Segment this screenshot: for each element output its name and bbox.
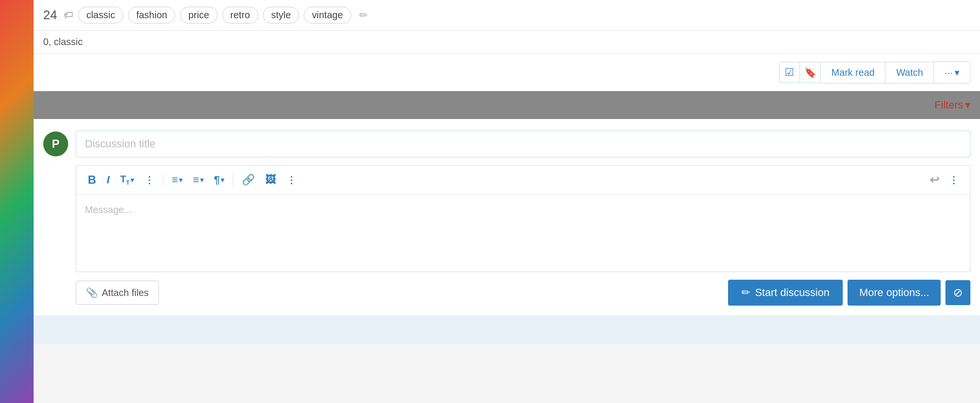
- list-button[interactable]: ≡ ▾: [168, 171, 186, 189]
- undo-button[interactable]: ↩: [926, 170, 943, 190]
- footer-actions: ✏ Start discussion More options... ⊘: [728, 280, 970, 306]
- watch-button[interactable]: Watch: [885, 62, 934, 83]
- attach-icon: 📎: [86, 287, 98, 298]
- message-editor[interactable]: Message...: [76, 195, 970, 272]
- cancel-button[interactable]: ⊘: [945, 280, 970, 305]
- tag-classic[interactable]: classic: [78, 7, 123, 24]
- tag-vintage[interactable]: vintage: [304, 7, 351, 24]
- filters-button[interactable]: Filters ▾: [934, 99, 970, 111]
- tag-price[interactable]: price: [180, 7, 217, 24]
- action-bar: ☑ 🔖 Mark read Watch ··· ▾: [34, 54, 980, 91]
- checkbox-button[interactable]: ☑: [779, 62, 800, 83]
- compose-area: P B I TT ▾ ⋮: [34, 119, 980, 315]
- compose-header: P: [43, 130, 970, 157]
- avatar: P: [43, 131, 68, 156]
- message-placeholder: Message...: [85, 204, 132, 215]
- mark-read-button[interactable]: Mark read: [820, 62, 885, 83]
- text-size-icon: TT: [120, 174, 130, 186]
- more-actions-icon: ···: [944, 67, 953, 78]
- paragraph-icon: ¶: [214, 174, 220, 186]
- extra-options-icon: ⋮: [287, 174, 296, 186]
- compose-footer: 📎 Attach files ✏ Start discussion More o…: [76, 280, 970, 306]
- link-button[interactable]: 🔗: [238, 171, 259, 189]
- toolbar-separator-1: [163, 174, 163, 186]
- attach-files-button[interactable]: 📎 Attach files: [76, 281, 159, 305]
- start-discussion-icon: ✏: [741, 286, 750, 299]
- editor-toolbar: B I TT ▾ ⋮ ≡ ▾ ≡ ▾: [76, 166, 970, 195]
- more-formatting-button[interactable]: ⋮: [141, 171, 158, 189]
- tag-fashion[interactable]: fashion: [128, 7, 176, 24]
- breadcrumb: 0, classic: [34, 31, 980, 54]
- align-button[interactable]: ≡ ▾: [189, 171, 207, 189]
- align-caret: ▾: [200, 176, 203, 184]
- toolbar-right: ↩ ⋮: [926, 170, 962, 190]
- checkbox-icon: ☑: [785, 66, 794, 79]
- editor-wrapper: B I TT ▾ ⋮ ≡ ▾ ≡ ▾: [76, 165, 970, 272]
- paragraph-caret: ▾: [221, 176, 224, 184]
- link-icon: 🔗: [242, 174, 255, 186]
- more-formatting-icon: ⋮: [144, 174, 154, 186]
- more-options-button[interactable]: More options...: [848, 280, 941, 306]
- cancel-icon: ⊘: [953, 286, 963, 299]
- start-discussion-button[interactable]: ✏ Start discussion: [728, 280, 843, 306]
- list-caret: ▾: [179, 176, 182, 184]
- filters-bar: Filters ▾: [34, 91, 980, 119]
- tags-bar: 24 🏷 classic fashion price retro style v…: [34, 0, 980, 31]
- image-button[interactable]: 🖼: [262, 171, 280, 189]
- extra-options-button[interactable]: ⋮: [283, 171, 300, 189]
- discussion-title-input[interactable]: [76, 130, 970, 157]
- left-strip: [0, 0, 34, 403]
- italic-button[interactable]: I: [103, 171, 113, 189]
- tag-style[interactable]: style: [263, 7, 299, 24]
- tag-retro[interactable]: retro: [222, 7, 258, 24]
- tag-icon: 🏷: [64, 10, 73, 21]
- edit-tags-icon[interactable]: ✏: [359, 9, 368, 22]
- paragraph-button[interactable]: ¶ ▾: [210, 171, 228, 189]
- toolbar-settings-button[interactable]: ⋮: [945, 171, 962, 189]
- filters-caret: ▾: [965, 99, 970, 111]
- bookmark-icon: 🔖: [804, 67, 816, 78]
- item-number: 24: [43, 8, 57, 23]
- bottom-hint-bar: [34, 315, 980, 344]
- list-icon: ≡: [172, 174, 178, 186]
- toolbar-settings-icon: ⋮: [949, 174, 958, 186]
- text-size-caret: ▾: [131, 176, 134, 184]
- more-actions-caret: ▾: [955, 67, 959, 78]
- bookmark-button[interactable]: 🔖: [800, 62, 821, 83]
- text-size-button[interactable]: TT ▾: [116, 171, 138, 189]
- image-icon: 🖼: [265, 174, 276, 186]
- toolbar-separator-2: [233, 174, 233, 186]
- align-icon: ≡: [193, 174, 199, 186]
- more-actions-button[interactable]: ··· ▾: [933, 61, 970, 83]
- bold-button[interactable]: B: [84, 170, 100, 190]
- undo-icon: ↩: [930, 173, 939, 187]
